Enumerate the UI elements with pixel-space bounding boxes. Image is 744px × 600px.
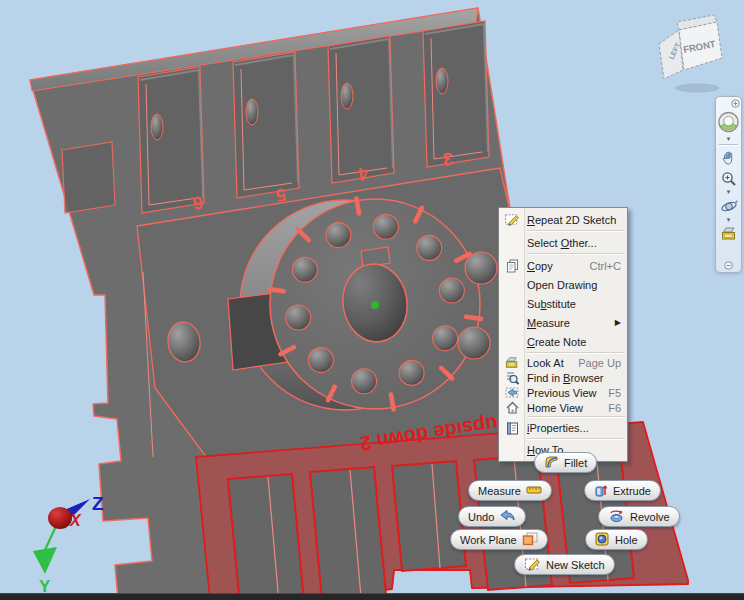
menu-icon-empty xyxy=(501,316,523,330)
menu-item-label: Home View xyxy=(527,402,583,414)
context-menu: Repeat 2D SketchSelect Other...CopyCtrl+… xyxy=(498,207,628,462)
revolve-button[interactable]: Revolve xyxy=(598,506,680,527)
boss-slot-tick xyxy=(269,289,284,291)
menu-icon-empty xyxy=(501,335,523,349)
navigation-bar: ▼ ▼ ▼ xyxy=(715,96,742,273)
minimize-dot-icon[interactable] xyxy=(717,261,740,270)
menu-item-label: Previous View xyxy=(527,387,597,399)
menu-item-home-view[interactable]: Home ViewF6 xyxy=(499,400,627,415)
new-sketch-button[interactable]: New Sketch xyxy=(514,554,615,575)
boss-scallop[interactable] xyxy=(465,252,497,284)
menu-separator xyxy=(527,416,625,418)
work-plane-label: Work Plane xyxy=(460,534,517,546)
y-axis-arrow xyxy=(33,547,57,574)
boss-slot-tick xyxy=(356,199,359,214)
menu-item-shortcut: Ctrl+C xyxy=(582,260,621,272)
boss-ring-hole[interactable] xyxy=(308,348,333,373)
menu-item-previous-view[interactable]: Previous ViewF5 xyxy=(499,385,627,400)
chevron-down-icon[interactable]: ▼ xyxy=(717,136,740,142)
boss-ring-hole[interactable] xyxy=(373,214,398,239)
menu-item-substitute[interactable]: Substitute xyxy=(499,294,627,313)
bottom-bar xyxy=(0,593,744,600)
boss-ring-hole[interactable] xyxy=(439,278,464,303)
zoom-icon[interactable] xyxy=(717,168,740,189)
revolve-icon xyxy=(608,509,625,525)
boss-ring-hole[interactable] xyxy=(417,235,442,260)
undo-icon xyxy=(499,509,516,524)
menu-item-label: Repeat 2D Sketch xyxy=(527,214,616,226)
menu-item-look-at[interactable]: Look AtPage Up xyxy=(499,355,627,370)
menu-item-measure[interactable]: Measure▶ xyxy=(499,313,627,332)
menu-separator xyxy=(527,352,625,354)
undo-label: Undo xyxy=(468,511,494,523)
origin-indicator: X Z Y xyxy=(33,493,104,596)
menu-separator xyxy=(527,253,625,255)
menu-item-copy[interactable]: CopyCtrl+C xyxy=(499,256,627,275)
menu-item-label: Copy xyxy=(527,260,553,272)
copy-icon xyxy=(501,259,523,273)
view-cube-shadow xyxy=(675,84,719,93)
boss-ring-hole[interactable] xyxy=(352,369,377,394)
properties-icon xyxy=(501,421,523,435)
home-icon xyxy=(501,401,523,415)
navbar-divider xyxy=(719,144,738,146)
extrude-icon xyxy=(594,482,608,499)
new-sketch-label: New Sketch xyxy=(546,559,605,571)
menu-item-shortcut: F6 xyxy=(600,402,621,414)
menu-separator xyxy=(527,438,625,440)
work-plane-button[interactable]: Work Plane xyxy=(450,529,548,550)
menu-icon-empty xyxy=(501,297,523,311)
x-axis-label: X xyxy=(69,512,82,529)
x-axis-arrow xyxy=(48,507,72,529)
menu-item-label: Measure xyxy=(527,317,570,329)
menu-item-create-note[interactable]: Create Note xyxy=(499,332,627,351)
measure-button[interactable]: Measure xyxy=(468,480,552,501)
menu-item-open-drawing[interactable]: Open Drawing xyxy=(499,275,627,294)
menu-item-label: Look At xyxy=(527,357,564,369)
sketch-icon xyxy=(524,557,541,573)
menu-separator xyxy=(527,230,625,232)
previous-view-icon xyxy=(501,386,523,400)
boss-slot-tick xyxy=(466,317,481,319)
cad-application-window: { "canvas": { "background": "#b9d3ea", "… xyxy=(0,0,744,600)
look-at-face-icon[interactable] xyxy=(717,223,740,244)
menu-icon-empty xyxy=(501,278,523,292)
hole-icon xyxy=(595,532,610,548)
menu-item-shortcut: Page Up xyxy=(570,357,621,369)
find-browser-icon xyxy=(501,371,523,385)
undo-button[interactable]: Undo xyxy=(458,506,526,527)
boss-ring-hole[interactable] xyxy=(292,257,317,282)
menu-item-label: iProperties... xyxy=(527,422,589,434)
menu-icon-empty xyxy=(501,236,523,250)
ruler-icon xyxy=(526,484,542,498)
menu-icon-empty xyxy=(501,443,523,457)
boss-ring-hole[interactable] xyxy=(433,326,458,351)
center-work-point[interactable] xyxy=(371,301,379,309)
orbit-icon[interactable] xyxy=(717,195,740,217)
boss-ring-hole[interactable] xyxy=(326,223,351,248)
look-at-icon xyxy=(501,356,523,370)
workplane-icon xyxy=(522,532,538,548)
submenu-arrow-icon: ▶ xyxy=(615,318,621,327)
boss-ring-hole[interactable] xyxy=(399,360,424,385)
menu-item-find-in-browser[interactable]: Find in Browser xyxy=(499,370,627,385)
menu-item-iproperties[interactable]: iProperties... xyxy=(499,419,627,437)
boss-slot-tick xyxy=(391,395,394,410)
fillet-label: Fillet xyxy=(564,457,587,469)
hole-label: Hole xyxy=(615,534,638,546)
extrude-label: Extrude xyxy=(613,485,651,497)
menu-item-label: Create Note xyxy=(527,336,586,348)
view-cube[interactable]: LEFT FRONT xyxy=(659,15,722,93)
extrude-button[interactable]: Extrude xyxy=(584,480,661,501)
pan-hand-icon[interactable] xyxy=(717,148,740,168)
menu-item-repeat-2d-sketch[interactable]: Repeat 2D Sketch xyxy=(499,210,627,229)
menu-item-label: Select Other... xyxy=(527,237,597,249)
expand-dot-icon[interactable] xyxy=(718,99,740,108)
hole-button[interactable]: Hole xyxy=(585,529,648,550)
fillet-button[interactable]: Fillet xyxy=(534,452,597,473)
boss-scallop[interactable] xyxy=(458,327,490,359)
boss-ring-hole[interactable] xyxy=(286,305,311,330)
menu-item-shortcut: F5 xyxy=(600,387,621,399)
steering-wheel-icon[interactable] xyxy=(717,108,740,136)
menu-item-select-other[interactable]: Select Other... xyxy=(499,233,627,252)
